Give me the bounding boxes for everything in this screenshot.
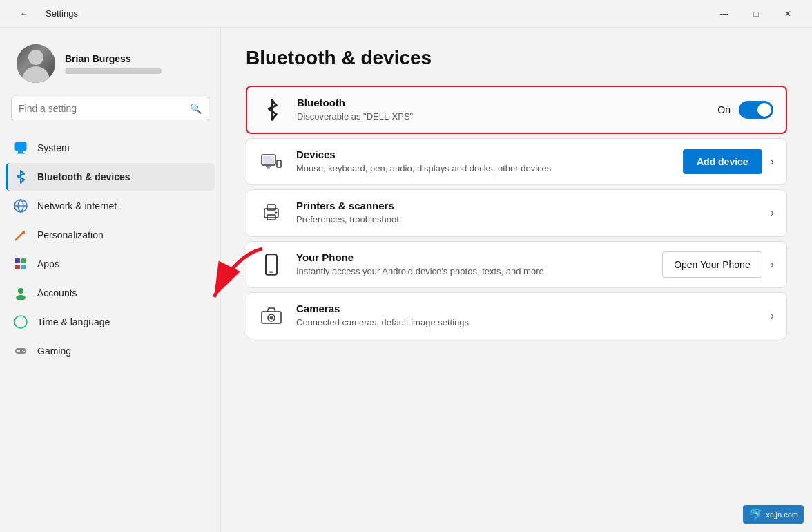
sidebar-item-label-apps: Apps bbox=[37, 258, 59, 269]
phone-card-title: Your Phone bbox=[296, 251, 650, 263]
network-icon bbox=[14, 199, 28, 213]
devices-card-icon bbox=[259, 149, 284, 174]
svg-rect-1 bbox=[18, 151, 23, 153]
phone-card-action: Open Your Phone› bbox=[662, 251, 774, 278]
bluetooth-card-text: BluetoothDiscoverable as "DELL-XPS" bbox=[297, 97, 705, 123]
card-printers[interactable]: Printers & scannersPreferences, troubles… bbox=[246, 189, 787, 236]
svg-point-32 bbox=[270, 316, 273, 319]
window-controls: — □ ✕ bbox=[708, 3, 804, 25]
svg-point-11 bbox=[18, 288, 23, 294]
profile-section: Brian Burgess bbox=[0, 28, 220, 94]
bluetooth-card-subtitle: Discoverable as "DELL-XPS" bbox=[297, 111, 705, 123]
phone-card-icon bbox=[259, 252, 284, 277]
phone-action-button[interactable]: Open Your Phone bbox=[662, 251, 762, 278]
printers-card-title: Printers & scanners bbox=[296, 200, 758, 211]
sidebar-item-accounts[interactable]: Accounts bbox=[6, 279, 215, 307]
phone-chevron-icon: › bbox=[771, 258, 774, 271]
time-icon bbox=[14, 315, 28, 329]
bluetooth-card-title: Bluetooth bbox=[297, 97, 705, 108]
printers-card-icon bbox=[259, 200, 284, 225]
titlebar: ← Settings — □ ✕ bbox=[0, 0, 812, 28]
sidebar-nav: SystemBluetooth & devicesNetwork & inter… bbox=[0, 131, 220, 368]
sidebar-item-gaming[interactable]: Gaming bbox=[6, 337, 215, 365]
svg-rect-23 bbox=[277, 160, 281, 167]
avatar bbox=[17, 44, 55, 83]
personalization-icon bbox=[14, 228, 28, 242]
card-phone[interactable]: Your PhoneInstantly access your Android … bbox=[246, 241, 787, 288]
back-button[interactable]: ← bbox=[8, 3, 40, 25]
sidebar-item-bluetooth[interactable]: Bluetooth & devices bbox=[6, 163, 215, 191]
printers-card-text: Printers & scannersPreferences, troubles… bbox=[296, 200, 758, 226]
apps-icon bbox=[14, 257, 28, 271]
sidebar-item-personalization[interactable]: Personalization bbox=[6, 221, 215, 249]
bluetooth-toggle[interactable] bbox=[739, 101, 773, 119]
svg-line-5 bbox=[16, 231, 24, 240]
card-cameras[interactable]: CamerasConnected cameras, default image … bbox=[246, 292, 787, 339]
svg-rect-0 bbox=[15, 142, 26, 151]
page-title: Bluetooth & devices bbox=[246, 47, 787, 69]
sidebar-item-time[interactable]: Time & language bbox=[6, 308, 215, 336]
watermark-logo: 🐬 bbox=[748, 508, 762, 521]
cameras-card-subtitle: Connected cameras, default image setting… bbox=[296, 316, 758, 329]
devices-card-text: DevicesMouse, keyboard, pen, audio, disp… bbox=[296, 149, 670, 175]
sidebar-item-label-gaming: Gaming bbox=[37, 345, 71, 357]
svg-rect-10 bbox=[21, 265, 26, 269]
main-content: Bluetooth & devices BluetoothDiscoverabl… bbox=[221, 28, 812, 532]
profile-info: Brian Burgess bbox=[65, 53, 162, 74]
svg-rect-7 bbox=[15, 258, 20, 263]
search-input[interactable] bbox=[19, 103, 184, 114]
svg-rect-21 bbox=[266, 166, 271, 167]
watermark-text: xajjn.com bbox=[766, 511, 798, 519]
app-title: Settings bbox=[46, 8, 78, 19]
devices-card-title: Devices bbox=[296, 149, 670, 160]
sidebar: Brian Burgess 🔍 SystemBluetooth & device… bbox=[0, 28, 221, 532]
svg-point-12 bbox=[16, 295, 26, 300]
app-container: Brian Burgess 🔍 SystemBluetooth & device… bbox=[0, 28, 812, 532]
search-icon: 🔍 bbox=[190, 103, 202, 114]
system-icon bbox=[14, 141, 28, 155]
sidebar-item-system[interactable]: System bbox=[6, 134, 215, 162]
card-devices[interactable]: DevicesMouse, keyboard, pen, audio, disp… bbox=[246, 138, 787, 185]
svg-point-17 bbox=[22, 350, 23, 351]
sidebar-item-label-personalization: Personalization bbox=[37, 229, 104, 240]
svg-point-27 bbox=[276, 212, 278, 214]
cameras-card-icon bbox=[259, 303, 284, 328]
settings-cards: BluetoothDiscoverable as "DELL-XPS"OnDev… bbox=[246, 86, 787, 339]
sidebar-item-label-accounts: Accounts bbox=[37, 287, 77, 298]
search-box[interactable]: 🔍 bbox=[11, 97, 209, 120]
svg-rect-20 bbox=[263, 156, 274, 164]
printers-chevron-icon: › bbox=[771, 207, 774, 219]
close-button[interactable]: ✕ bbox=[772, 3, 804, 25]
minimize-button[interactable]: — bbox=[708, 3, 740, 25]
printers-card-subtitle: Preferences, troubleshoot bbox=[296, 213, 758, 226]
sidebar-item-apps[interactable]: Apps bbox=[6, 250, 215, 278]
sidebar-item-label-system: System bbox=[37, 142, 70, 153]
maximize-button[interactable]: □ bbox=[740, 3, 772, 25]
devices-card-action: Add device› bbox=[683, 149, 774, 174]
card-bluetooth[interactable]: BluetoothDiscoverable as "DELL-XPS"On bbox=[246, 86, 787, 134]
cameras-card-action: › bbox=[771, 310, 774, 322]
svg-rect-25 bbox=[267, 205, 276, 210]
sidebar-item-network[interactable]: Network & internet bbox=[6, 192, 215, 220]
sidebar-item-label-bluetooth: Bluetooth & devices bbox=[37, 171, 130, 182]
devices-card-subtitle: Mouse, keyboard, pen, audio, displays an… bbox=[296, 162, 670, 175]
svg-rect-8 bbox=[21, 258, 26, 263]
sidebar-item-label-network: Network & internet bbox=[37, 200, 117, 211]
svg-rect-14 bbox=[15, 348, 26, 354]
phone-card-text: Your PhoneInstantly access your Android … bbox=[296, 251, 650, 278]
gaming-icon bbox=[14, 344, 28, 358]
devices-action-button[interactable]: Add device bbox=[683, 149, 762, 174]
cameras-card-text: CamerasConnected cameras, default image … bbox=[296, 303, 758, 329]
watermark: 🐬 xajjn.com bbox=[743, 505, 804, 524]
cameras-card-title: Cameras bbox=[296, 303, 758, 314]
cameras-chevron-icon: › bbox=[771, 310, 774, 322]
sidebar-item-label-time: Time & language bbox=[37, 316, 110, 327]
bluetooth-toggle-label: On bbox=[717, 104, 731, 115]
accounts-icon bbox=[14, 286, 28, 300]
svg-rect-22 bbox=[267, 167, 270, 169]
profile-bar bbox=[65, 68, 162, 74]
profile-name: Brian Burgess bbox=[65, 53, 162, 64]
devices-chevron-icon: › bbox=[771, 155, 774, 168]
svg-point-18 bbox=[23, 351, 25, 352]
bluetooth-card-icon bbox=[260, 97, 284, 122]
